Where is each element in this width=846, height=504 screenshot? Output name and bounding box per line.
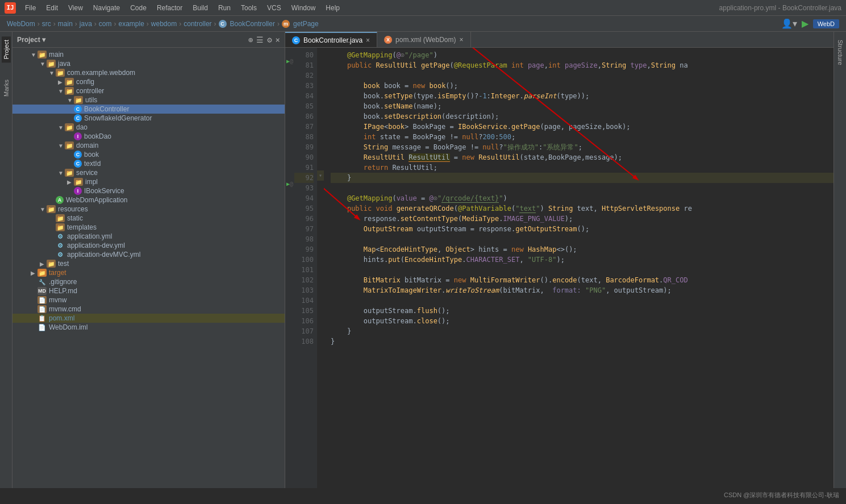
tree-appyml[interactable]: ⚙ application.yml (12, 232, 285, 241)
tree-target[interactable]: ▶ 📁 target (12, 268, 285, 277)
tree-label: mvnw.cmd (49, 305, 81, 313)
menu-tools[interactable]: Tools (236, 3, 261, 13)
tree-domain[interactable]: ▼ 📁 domain (12, 141, 285, 150)
collapse-all-icon[interactable]: ☰ (256, 35, 264, 44)
bc-src[interactable]: src (42, 20, 51, 28)
tree-label: test (58, 260, 69, 268)
code-editor[interactable]: ▶ @ ▶ @ 80 81 82 83 84 85 86 87 88 89 90… (285, 48, 834, 488)
main-layout: Project Marks Project ▾ ⊕ ☰ ⚙ × ▼ 📁 main (0, 32, 846, 488)
fold-icon-92[interactable] (317, 119, 324, 130)
fold-icon-92[interactable] (317, 109, 324, 119)
tree-book[interactable]: C book (12, 150, 285, 159)
project-tab[interactable]: Project (2, 36, 11, 63)
menu-help[interactable]: Help (321, 3, 344, 13)
tree-templates[interactable]: 📁 templates (12, 223, 285, 232)
fold-icon-92[interactable] (317, 78, 324, 89)
fold-icon-92[interactable] (317, 130, 324, 140)
menu-window[interactable]: Window (287, 3, 320, 13)
tree-snowflake[interactable]: C SnowflakeIdGenerator (12, 114, 285, 123)
fold-icon-92[interactable] (317, 140, 324, 150)
tab-pomxml[interactable]: X pom.xml (WebDom) × (377, 32, 470, 47)
tree-gitignore[interactable]: 🔧 .gitignore (12, 277, 285, 286)
bc-example[interactable]: example (119, 20, 144, 28)
fold-icon-92[interactable]: ▾ (317, 170, 324, 181)
tree-static[interactable]: 📁 static (12, 214, 285, 223)
bc-main[interactable]: main (58, 20, 73, 28)
yml-icon: ⚙ (56, 232, 65, 240)
tree-label: main (49, 51, 64, 59)
tree-impl[interactable]: ▶ 📁 impl (12, 177, 285, 186)
tree-java[interactable]: ▼ 📁 java (12, 59, 285, 68)
menu-view[interactable]: View (64, 3, 87, 13)
tab-close-button[interactable]: × (366, 36, 370, 44)
git-icon: 🔧 (37, 278, 47, 286)
tree-main[interactable]: ▼ 📁 main (12, 50, 285, 59)
menu-run[interactable]: Run (214, 3, 235, 13)
tree-webdomapp[interactable]: A WebDomApplication (12, 195, 285, 205)
settings-icon[interactable]: ⚙ (267, 35, 272, 44)
tree-pomxml[interactable]: 📋 pom.xml (12, 314, 285, 323)
run-icon[interactable]: ▶ (802, 18, 809, 29)
menu-build[interactable]: Build (188, 3, 212, 13)
sidebar-title: Project ▾ (17, 36, 45, 44)
tree-config[interactable]: ▶ 📁 config (12, 77, 285, 86)
tree-appdevyml[interactable]: ⚙ application-dev.yml (12, 241, 285, 250)
code-line-98 (331, 234, 834, 244)
code-line-92: } (331, 173, 834, 183)
bc-webdom2[interactable]: webdom (151, 20, 177, 28)
menu-navigate[interactable]: Navigate (89, 3, 124, 13)
bc-getpage[interactable]: getPage (293, 20, 319, 28)
add-icon[interactable]: ⊕ (248, 35, 253, 44)
tree-mvnwcmd[interactable]: 📄 mvnw.cmd (12, 305, 285, 314)
bc-java[interactable]: java (80, 20, 92, 28)
bc-method-icon: m (282, 20, 290, 28)
tree-controller[interactable]: ▼ 📁 controller (12, 86, 285, 95)
code-line-82 (331, 70, 834, 81)
profile-icon[interactable]: 👤▾ (781, 18, 797, 29)
tree-webdomiml[interactable]: 📄 WebDom.iml (12, 323, 285, 332)
tree-bookdao[interactable]: I bookDao (12, 132, 285, 141)
bc-com[interactable]: com (99, 20, 112, 28)
bc-bookcontroller[interactable]: BookController (230, 20, 275, 28)
fold-icon-92[interactable] (317, 99, 324, 109)
menu-edit[interactable]: Edit (41, 3, 62, 13)
fold-icon-92[interactable] (317, 150, 324, 160)
bc-webdom[interactable]: WebDom (7, 20, 35, 28)
structure-tab[interactable]: Structure (836, 36, 845, 69)
fold-icon-92[interactable] (317, 58, 324, 68)
tree-helpmd[interactable]: MD HELP.md (12, 286, 285, 295)
folder-icon: 📁 (74, 178, 83, 186)
marks-tab[interactable]: Marks (2, 76, 11, 100)
tree-bookcontroller[interactable]: C BookController (12, 105, 285, 114)
right-panel: Structure (834, 32, 846, 488)
tab-close-button[interactable]: × (460, 36, 464, 44)
fold-icon-92[interactable] (317, 160, 324, 170)
tree-utils[interactable]: ▼ 📁 utils (12, 95, 285, 105)
menu-code[interactable]: Code (126, 3, 151, 13)
tree-dao[interactable]: ▼ 📁 dao (12, 123, 285, 132)
tree-label: dao (76, 123, 87, 131)
close-sidebar-icon[interactable]: × (276, 35, 280, 44)
tree-resources[interactable]: ▼ 📁 resources (12, 205, 285, 214)
iml-icon: 📄 (37, 323, 47, 331)
tree-appdevmvcyml[interactable]: ⚙ application-devMVC.yml (12, 250, 285, 259)
tree-test[interactable]: ▶ 📁 test (12, 259, 285, 268)
code-content[interactable]: @GetMapping(@⊙"/page") public ResultUtil… (324, 48, 834, 488)
code-line-105: outputStream.flush(); (331, 306, 834, 316)
tab-bookcontroller[interactable]: C BookController.java × (285, 32, 377, 47)
fold-icon-92[interactable] (317, 48, 324, 58)
tree-mvnw[interactable]: 📄 mvnw (12, 295, 285, 305)
bookmark-gutter-81: @ (290, 58, 293, 64)
tree-textid[interactable]: C textId (12, 159, 285, 168)
fold-icon-92[interactable] (317, 68, 324, 78)
menu-file[interactable]: File (20, 3, 40, 13)
menu-vcs[interactable]: VCS (262, 3, 286, 13)
tree-service[interactable]: ▼ 📁 service (12, 168, 285, 177)
fold-icon-92[interactable] (317, 89, 324, 99)
bc-controller[interactable]: controller (184, 20, 211, 28)
menu-refactor[interactable]: Refactor (152, 3, 187, 13)
folder-icon: 📁 (65, 123, 74, 131)
tree-com-example[interactable]: ▼ 📁 com.example.webdom (12, 68, 285, 77)
webdom-button[interactable]: WebD (813, 19, 839, 28)
tree-ibookservice[interactable]: I IBookService (12, 186, 285, 195)
